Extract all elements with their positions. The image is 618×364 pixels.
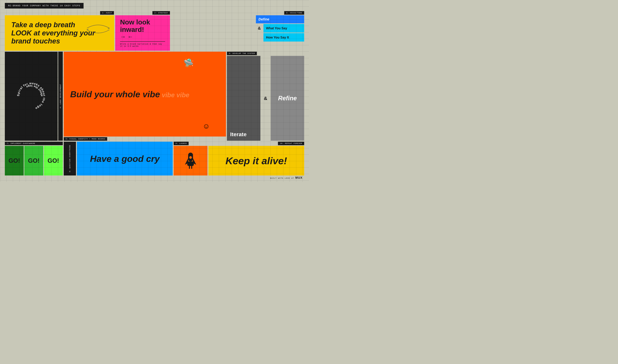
logo-dev-label: 4: LOGO DEVELOPMENT: [58, 52, 63, 141]
vibe-box: Build your whole vibe vibe vibe 🛸 ☺: [64, 52, 226, 137]
question-label: 8: QUESTION EVERYTHING: [69, 145, 71, 172]
vibe-main: Build your whole vibe: [70, 89, 160, 99]
smiley-decoration: ☺: [203, 122, 210, 130]
ufo-decoration: 🛸: [183, 58, 194, 68]
audit-arrow-decoration: [85, 20, 111, 36]
footer-text: BUILT WITH LOVE AT: [270, 177, 294, 179]
audit-box: Take a deep breath LOOK at everything yo…: [5, 15, 114, 51]
footer: BUILT WITH LOVE AT MUX: [270, 176, 303, 180]
vibe-repeat: vibe vibe: [160, 91, 189, 99]
vibe-text: Build your whole vibe vibe vibe: [70, 89, 219, 99]
audit-section: 1: AUDIT Take a deep breath LOOK at ever…: [5, 11, 114, 51]
footer-brand: MUX: [295, 176, 303, 179]
vibe-section: Build your whole vibe vibe vibe 🛸 ☺ 5: V…: [64, 52, 226, 141]
